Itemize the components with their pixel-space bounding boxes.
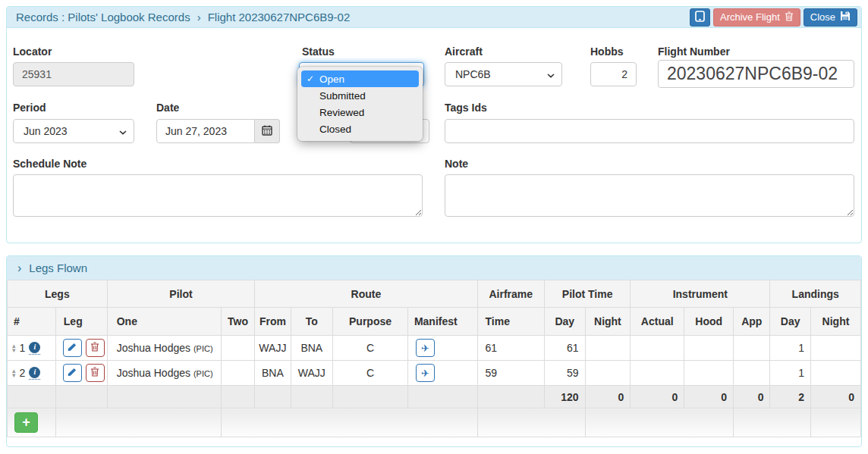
- total-actual: 0: [631, 386, 684, 409]
- pencil-icon: [68, 368, 77, 379]
- edit-leg-button[interactable]: [63, 364, 82, 382]
- col-purpose: Purpose: [333, 308, 408, 336]
- total-app: 0: [734, 386, 770, 409]
- drag-handle-icon[interactable]: ▴▾: [12, 368, 16, 377]
- col-landings-night: Night: [810, 308, 860, 336]
- delete-leg-button[interactable]: [86, 364, 105, 382]
- airframe-time: 61: [477, 336, 545, 361]
- col-app: App: [734, 308, 770, 336]
- pilot-time-night: [585, 336, 631, 361]
- pilot-one: Joshua Hodges: [117, 367, 190, 379]
- status-option-reviewed[interactable]: Reviewed: [301, 104, 419, 121]
- date-input[interactable]: [156, 119, 255, 143]
- close-save-button[interactable]: Close: [804, 8, 857, 27]
- pilot-time-day: 59: [545, 361, 586, 386]
- pilot-role: (PIC): [193, 344, 213, 353]
- period-label: Period: [13, 102, 46, 114]
- flight-details-header: Records : Pilots' Logbook Records › Flig…: [7, 7, 861, 28]
- trash-icon: [785, 11, 794, 23]
- status-option-label: Submitted: [319, 90, 366, 102]
- trash-icon: [90, 342, 99, 354]
- col-manifest: Manifest: [407, 308, 477, 336]
- chevron-down-icon: [547, 68, 555, 80]
- total-night: 0: [585, 386, 631, 409]
- note-textarea[interactable]: [445, 174, 854, 217]
- aircraft-select-value: NPC6B: [455, 68, 491, 80]
- group-legs: Legs: [8, 280, 108, 308]
- delete-leg-button[interactable]: [86, 339, 105, 357]
- date-field: [156, 119, 280, 143]
- plus-icon: +: [22, 415, 30, 429]
- pilot-two: [221, 336, 254, 361]
- locator-label: Locator: [13, 45, 52, 58]
- add-leg-button[interactable]: +: [14, 412, 38, 433]
- pilot-role: (PIC): [193, 369, 213, 378]
- aircraft-select[interactable]: NPC6B: [445, 62, 562, 86]
- col-leg: Leg: [55, 308, 107, 336]
- total-day: 120: [545, 386, 586, 409]
- status-option-submitted[interactable]: Submitted: [301, 87, 419, 104]
- landings-day: 1: [770, 336, 811, 361]
- status-option-label: Open: [319, 74, 344, 85]
- drag-handle-icon[interactable]: ▴▾: [12, 343, 16, 352]
- schedule-note-textarea[interactable]: [13, 174, 423, 217]
- status-option-closed[interactable]: Closed: [301, 121, 419, 137]
- landings-night: [810, 336, 860, 361]
- archive-flight-button[interactable]: Archive Flight: [713, 8, 800, 27]
- total-hood: 0: [684, 386, 734, 409]
- group-route: Route: [255, 280, 477, 308]
- flight-details-body: Locator Status Open Aircraft NPC6B Hobbs…: [7, 28, 861, 244]
- instrument-app: [734, 336, 770, 361]
- flight-number-input[interactable]: [658, 60, 854, 88]
- col-night: Night: [585, 308, 631, 336]
- pilot-one: Joshua Hodges: [117, 342, 190, 354]
- pencil-icon: [68, 343, 77, 354]
- col-time: Time: [477, 308, 545, 336]
- aircraft-label: Aircraft: [445, 45, 483, 58]
- group-landings: Landings: [770, 280, 861, 308]
- col-from: From: [255, 308, 291, 336]
- info-icon[interactable]: i: [29, 367, 40, 380]
- leg-number: 2: [20, 367, 26, 379]
- manifest-button[interactable]: ✈: [416, 364, 435, 382]
- group-pilot: Pilot: [107, 280, 255, 308]
- status-option-open[interactable]: ✓ Open: [301, 70, 419, 87]
- group-pilot-time: Pilot Time: [545, 280, 631, 308]
- tags-label: Tags Ids: [445, 102, 487, 114]
- legs-flown-header[interactable]: › Legs Flown: [7, 256, 861, 280]
- edit-leg-button[interactable]: [63, 339, 82, 357]
- chevron-right-icon: ›: [17, 261, 21, 275]
- instrument-actual: [631, 361, 684, 386]
- group-instrument: Instrument: [631, 280, 770, 308]
- breadcrumb-page: Flight 20230627NPC6B9-02: [208, 11, 351, 23]
- flight-number-label: Flight Number: [658, 45, 730, 58]
- breadcrumb: Records : Pilots' Logbook Records › Flig…: [16, 11, 350, 23]
- col-one: One: [107, 308, 221, 336]
- close-label: Close: [810, 11, 835, 23]
- tags-input[interactable]: [445, 119, 854, 143]
- status-option-label: Reviewed: [319, 107, 364, 118]
- period-select[interactable]: Jun 2023: [13, 119, 134, 143]
- route-purpose: C: [333, 361, 408, 386]
- pilot-time-night: [585, 361, 631, 386]
- save-icon: [840, 11, 851, 23]
- info-icon[interactable]: i: [29, 342, 40, 355]
- column-header-row: # Leg One Two From To Purpose Manifest T…: [8, 308, 861, 336]
- tablet-icon: [695, 11, 705, 24]
- breadcrumb-separator-icon: ›: [197, 11, 201, 23]
- legs-table: Legs Pilot Route Airframe Pilot Time Ins…: [7, 280, 861, 437]
- archive-flight-label: Archive Flight: [720, 11, 780, 23]
- flight-details-panel: Records : Pilots' Logbook Records › Flig…: [6, 6, 862, 243]
- route-to: WAJJ: [291, 361, 333, 386]
- breadcrumb-section[interactable]: Records : Pilots' Logbook Records: [16, 11, 190, 23]
- device-view-button[interactable]: [690, 8, 710, 27]
- manifest-button[interactable]: ✈: [416, 339, 435, 357]
- plane-icon: ✈: [421, 343, 429, 353]
- instrument-hood: [684, 336, 734, 361]
- hobbs-label: Hobbs: [590, 45, 624, 58]
- calendar-button[interactable]: [255, 119, 280, 143]
- col-num: #: [8, 308, 56, 336]
- total-landings-day: 2: [770, 386, 811, 409]
- legs-flown-title: Legs Flown: [29, 261, 87, 274]
- hobbs-input[interactable]: [590, 62, 637, 86]
